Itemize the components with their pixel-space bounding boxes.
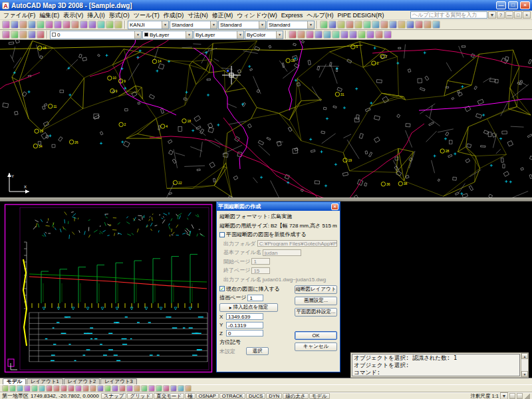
status-toggle-1[interactable]: グリッド: [127, 393, 153, 399]
status-toggle-7[interactable]: DYN: [266, 393, 282, 399]
polygon-create-icon[interactable]: [134, 385, 140, 392]
menu-item-0[interactable]: ファイル(F): [1, 11, 37, 19]
minimize-button[interactable]: —: [496, 1, 506, 9]
zoom-realtime-icon[interactable]: [114, 21, 122, 29]
dialog-title-bar[interactable]: 平面縦断図の作成 ×: [217, 202, 340, 211]
toolbar-lock-icon[interactable]: [509, 393, 515, 399]
insert-page-field[interactable]: 1: [247, 295, 263, 301]
make-object-layer-current-icon[interactable]: [28, 31, 36, 39]
run-query-icon[interactable]: [31, 385, 38, 392]
select-direction-button[interactable]: 選択: [246, 347, 269, 355]
group-manager-icon[interactable]: [358, 31, 366, 39]
status-toggle-5[interactable]: OTRACK: [219, 393, 245, 399]
draw-order-front-icon[interactable]: [340, 31, 348, 39]
map-book-icon[interactable]: [17, 385, 23, 392]
plot-map-set-icon[interactable]: [156, 385, 162, 392]
properties-icon[interactable]: [337, 21, 345, 29]
create-new-drawing-checkbox[interactable]: 平面縦断図の図面を新規作成する: [219, 231, 337, 238]
linetype-combo[interactable]: ByLayer ▼: [194, 31, 244, 39]
layer-previous-icon[interactable]: [11, 31, 19, 39]
frame-settings-button[interactable]: 平面図図枠設定...: [295, 308, 337, 317]
data-table-icon[interactable]: [39, 385, 45, 392]
menu-item-12[interactable]: PIPE DESIGN(R): [335, 11, 386, 19]
scroll-down-icon[interactable]: ▼: [521, 371, 528, 377]
close-button[interactable]: ×: [520, 1, 530, 9]
lineweight-settings-icon[interactable]: [297, 31, 305, 39]
mleader-style-combo[interactable]: Standard ▼: [267, 21, 315, 29]
status-tray-icon[interactable]: [517, 393, 523, 399]
layout-tab-1[interactable]: レイアウト1: [27, 378, 63, 384]
command-window[interactable]: オブジェクトを選択: 認識された数: 1オブジェクトを選択:コマンド: ▲ ▼: [350, 352, 529, 378]
status-toggle-4[interactable]: OSNAP: [196, 393, 219, 399]
annotation-scale-value[interactable]: 1:1: [492, 393, 499, 399]
attach-drawing-icon[interactable]: [82, 385, 89, 392]
profile-layout-button[interactable]: 縦断図レイアウト: [295, 285, 337, 294]
help-icon[interactable]: [389, 21, 397, 29]
annotation-style-icon[interactable]: [384, 31, 392, 39]
map-help-icon[interactable]: [185, 385, 192, 392]
restore-button[interactable]: □: [508, 1, 518, 9]
status-toggle-3[interactable]: 極: [185, 393, 196, 399]
open-icon[interactable]: [11, 21, 19, 29]
doc-restore-button[interactable]: □: [514, 11, 522, 19]
doc-minimize-button[interactable]: —: [505, 11, 513, 19]
drawing-cleanup-icon[interactable]: [119, 385, 126, 392]
command-scrollbar[interactable]: ▲ ▼: [521, 353, 528, 377]
undo-icon[interactable]: [88, 21, 96, 29]
zoom-previous-icon[interactable]: [329, 21, 336, 29]
text-style-combo[interactable]: KANJI ▼: [128, 21, 169, 29]
layer-states-manager-icon[interactable]: [19, 31, 27, 39]
z-field[interactable]: 0: [226, 330, 263, 336]
cut-icon[interactable]: [54, 21, 62, 29]
help-search-input[interactable]: ヘルプに対する質問を入力: [410, 11, 487, 19]
annotation-scale-arrow-icon[interactable]: ▼: [500, 392, 508, 399]
copy-icon[interactable]: [63, 21, 70, 29]
y-field[interactable]: -0.1319: [226, 322, 263, 329]
help-icon[interactable]: ?: [497, 11, 505, 19]
3d-orbit-icon[interactable]: [415, 21, 423, 29]
tool-palettes-icon[interactable]: [354, 21, 362, 29]
ok-button[interactable]: OK: [295, 331, 337, 340]
menu-item-6[interactable]: 作成(D): [162, 11, 186, 19]
color-combo[interactable]: ByLayer ▼: [142, 31, 193, 39]
layer-isolate-icon[interactable]: [37, 31, 45, 39]
designcenter-icon[interactable]: [346, 21, 354, 29]
buffer-analysis-icon[interactable]: [104, 385, 111, 392]
layer-settings-button[interactable]: 画層設定...: [295, 297, 337, 305]
status-toggle-2[interactable]: 直交モード: [154, 393, 184, 399]
define-query-icon[interactable]: [24, 385, 31, 392]
object-color-icon[interactable]: [332, 31, 340, 39]
plot-icon[interactable]: [28, 21, 36, 29]
quickcalc-icon[interactable]: [380, 21, 388, 29]
draw-order-back-icon[interactable]: [349, 31, 357, 39]
map-options-icon[interactable]: [178, 385, 184, 392]
zoom-window-icon[interactable]: [320, 21, 328, 29]
drawing-set-icon[interactable]: [75, 385, 82, 392]
import-map-icon[interactable]: [53, 385, 60, 392]
match-properties-icon[interactable]: [80, 21, 88, 29]
coordinate-system-icon[interactable]: [68, 385, 74, 392]
menu-item-7[interactable]: 寸法(N): [186, 11, 210, 19]
sheetset-manager-icon[interactable]: [363, 21, 371, 29]
insert-into-current-checkbox[interactable]: ✓ 現在の図面に挿入する: [219, 285, 293, 293]
annotation-refresh-icon[interactable]: [148, 385, 155, 392]
menu-item-8[interactable]: 修正(M): [210, 11, 235, 19]
doc-close-button[interactable]: ×: [523, 11, 531, 19]
save-icon[interactable]: [19, 21, 27, 29]
table-style-manager-icon[interactable]: [323, 31, 331, 39]
markup-set-manager-icon[interactable]: [372, 21, 380, 29]
annotation-insert-icon[interactable]: [141, 385, 148, 392]
menu-item-11[interactable]: ヘルプ(H): [305, 11, 335, 19]
pan-realtime-icon[interactable]: [106, 21, 114, 29]
menu-item-9[interactable]: ウィンドウ(W): [235, 11, 279, 19]
scroll-up-icon[interactable]: ▲: [521, 353, 528, 359]
menu-item-10[interactable]: Express: [279, 11, 305, 19]
dim-style-combo[interactable]: Standard ▼: [170, 21, 217, 29]
plotstyle-combo[interactable]: ByColor ▼: [245, 31, 283, 39]
search-arrow-icon[interactable]: ▼: [488, 11, 496, 19]
status-toggle-0[interactable]: スナップ: [101, 393, 127, 399]
redo-icon[interactable]: [97, 21, 105, 29]
linetype-manager-icon[interactable]: [289, 31, 297, 39]
menu-item-4[interactable]: 形式(O): [107, 11, 132, 19]
coordinates-readout[interactable]: 1749.8342, -20.7802, 0.0000: [31, 393, 99, 399]
